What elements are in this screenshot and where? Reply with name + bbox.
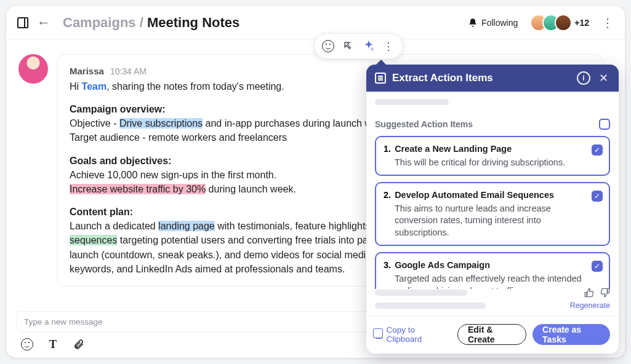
skeleton-line — [375, 99, 449, 105]
breadcrumb[interactable]: Campaigns / Meeting Notes — [63, 15, 239, 31]
more-menu-button[interactable]: ⋯ — [601, 17, 616, 28]
breadcrumb-parent[interactable]: Campaigns — [63, 15, 136, 30]
bell-icon — [468, 18, 478, 28]
suggested-items-label: Suggested Action Items — [375, 119, 473, 129]
checkbox-checked[interactable]: ✓ — [592, 144, 603, 156]
ai-panel-title: Extract Action Items — [392, 72, 571, 84]
info-button[interactable]: i — [577, 71, 590, 85]
app-window: ← Campaigns / Meeting Notes Following +1… — [6, 6, 625, 358]
action-item[interactable]: 3. Google Ads Campaign Targeted ads can … — [375, 252, 610, 289]
smile-icon — [322, 40, 334, 52]
mention-team[interactable]: Team — [82, 81, 107, 92]
message-time: 10:34 AM — [110, 65, 147, 77]
attachment-button[interactable] — [73, 338, 85, 350]
member-count: +12 — [574, 18, 589, 28]
message-action-toolbar: ⋯ — [314, 33, 403, 59]
list-icon — [375, 73, 386, 84]
thumbs-up-button[interactable] — [584, 288, 594, 298]
action-item-desc: This aims to nurture leads and increase … — [384, 203, 585, 239]
emoji-picker-button[interactable] — [21, 338, 33, 350]
member-avatars[interactable]: +12 — [535, 14, 589, 31]
sparkle-icon — [362, 39, 376, 53]
sender-avatar[interactable] — [18, 54, 48, 84]
back-button[interactable]: ← — [37, 15, 50, 31]
header: ← Campaigns / Meeting Notes Following +1… — [6, 6, 625, 39]
share-arrow-icon — [342, 40, 355, 52]
following-label: Following — [481, 18, 518, 28]
highlight-blue: Drive subscriptions — [119, 118, 203, 129]
toolbar-more-button[interactable]: ⋯ — [382, 39, 396, 53]
follow-toggle[interactable]: Following — [468, 18, 518, 28]
paperclip-icon — [73, 339, 84, 350]
skeleton-line — [375, 290, 467, 296]
checkbox-checked[interactable]: ✓ — [592, 191, 603, 202]
action-item-title: Create a New Landing Page — [395, 144, 512, 154]
share-button[interactable] — [342, 39, 355, 53]
close-button[interactable]: ✕ — [597, 71, 610, 85]
app-logo-icon — [17, 17, 28, 28]
copy-to-clipboard-button[interactable]: Copy to Clipboard — [375, 325, 445, 344]
create-as-tasks-button[interactable]: Create as Tasks — [533, 324, 610, 345]
skeleton-line — [375, 303, 486, 309]
regenerate-button[interactable]: Regenerate — [570, 301, 610, 310]
highlight-pink: Increase website traffic by 30% — [70, 184, 206, 194]
ai-panel-header: Extract Action Items i ✕ — [366, 65, 619, 92]
edit-and-create-button[interactable]: Edit & Create — [457, 324, 526, 345]
composer-placeholder: Type a new message — [24, 317, 103, 326]
breadcrumb-sep: / — [136, 15, 147, 30]
copy-icon — [375, 330, 383, 339]
ai-sparkle-button[interactable] — [362, 39, 376, 53]
checkbox-checked[interactable]: ✓ — [592, 261, 603, 272]
select-all-checkbox[interactable] — [599, 119, 610, 130]
action-item[interactable]: 1. Create a New Landing Page This will b… — [375, 136, 610, 176]
action-item-title: Develop Automated Email Sequences — [395, 190, 554, 200]
page-title: Meeting Notes — [147, 15, 239, 30]
highlight-blue: landing page — [158, 221, 215, 231]
emoji-react-button[interactable] — [321, 39, 335, 53]
action-item-title: Google Ads Campaign — [395, 260, 490, 270]
formatting-button[interactable]: T — [47, 338, 59, 350]
action-item-desc: This will be critical for driving subscr… — [384, 157, 585, 169]
action-item[interactable]: 2. Develop Automated Email Sequences Thi… — [375, 182, 610, 246]
avatar — [555, 14, 572, 31]
ai-extract-panel: Extract Action Items i ✕ Suggested Actio… — [366, 65, 619, 354]
sender-name[interactable]: Marissa — [70, 65, 104, 78]
action-item-desc: Targeted ads can effectively reach the i… — [384, 273, 585, 289]
thumbs-down-button[interactable] — [600, 288, 610, 298]
